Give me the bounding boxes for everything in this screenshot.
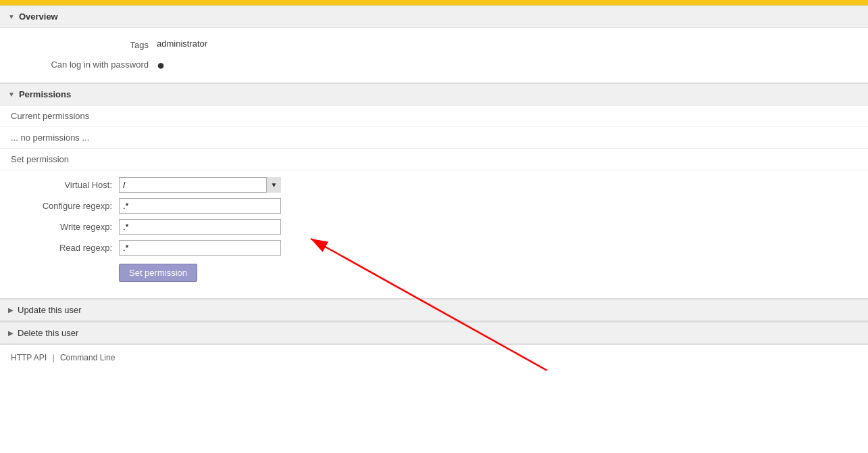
permissions-body: Current permissions ... no permissions .… <box>0 105 868 298</box>
virtual-host-label: Virtual Host: <box>11 180 119 190</box>
delete-user-section: ▶ Delete this user <box>0 322 868 345</box>
virtual-host-select-wrapper: / ▼ <box>119 177 281 193</box>
set-permission-button-row: Set permission <box>11 261 857 282</box>
page-content: ▼ Overview Tags administrator Can log in… <box>0 5 868 371</box>
update-user-header[interactable]: ▶ Update this user <box>0 299 868 321</box>
top-bar <box>0 0 868 5</box>
permissions-title: Permissions <box>19 89 71 99</box>
delete-user-title: Delete this user <box>18 328 78 338</box>
permissions-header[interactable]: ▼ Permissions <box>0 83 868 105</box>
set-permission-form: Virtual Host: / ▼ Configure regexp: Wri <box>0 170 868 298</box>
footer-separator: | <box>52 353 54 362</box>
overview-section: ▼ Overview Tags administrator Can log in… <box>0 5 868 83</box>
read-regexp-row: Read regexp: <box>11 240 857 256</box>
current-permissions-label: Current permissions <box>0 105 868 127</box>
overview-title: Overview <box>19 11 58 22</box>
write-regexp-input[interactable] <box>119 219 281 235</box>
permissions-section: ▼ Permissions Current permissions ... no… <box>0 83 868 299</box>
overview-arrow-icon: ▼ <box>8 13 15 20</box>
tags-label: Tags <box>8 39 157 50</box>
can-log-value: ● <box>157 58 860 72</box>
virtual-host-select[interactable]: / <box>119 177 281 193</box>
set-permission-button[interactable]: Set permission <box>119 264 197 282</box>
virtual-host-row: Virtual Host: / ▼ <box>11 177 857 193</box>
tags-value: administrator <box>157 39 860 49</box>
update-user-arrow-icon: ▶ <box>8 306 14 314</box>
set-permission-label: Set permission <box>0 149 868 170</box>
read-regexp-input[interactable] <box>119 240 281 256</box>
write-regexp-row: Write regexp: <box>11 219 857 235</box>
update-user-section: ▶ Update this user <box>0 299 868 322</box>
write-regexp-label: Write regexp: <box>11 222 119 232</box>
delete-user-arrow-icon: ▶ <box>8 329 14 337</box>
overview-body: Tags administrator Can log in with passw… <box>0 28 868 82</box>
configure-regexp-row: Configure regexp: <box>11 198 857 214</box>
update-user-title: Update this user <box>18 305 82 315</box>
read-regexp-label: Read regexp: <box>11 243 119 253</box>
no-permissions-text: ... no permissions ... <box>0 127 868 149</box>
overview-header[interactable]: ▼ Overview <box>0 5 868 28</box>
configure-regexp-label: Configure regexp: <box>11 201 119 211</box>
http-api-link[interactable]: HTTP API <box>11 353 47 362</box>
tags-row: Tags administrator <box>0 34 868 54</box>
can-log-row: Can log in with password ● <box>0 54 868 76</box>
footer: HTTP API | Command Line <box>0 345 868 371</box>
permissions-arrow-icon: ▼ <box>8 91 15 98</box>
configure-regexp-input[interactable] <box>119 198 281 214</box>
delete-user-header[interactable]: ▶ Delete this user <box>0 322 868 344</box>
can-log-label: Can log in with password <box>8 58 157 70</box>
command-line-link[interactable]: Command Line <box>60 353 115 362</box>
